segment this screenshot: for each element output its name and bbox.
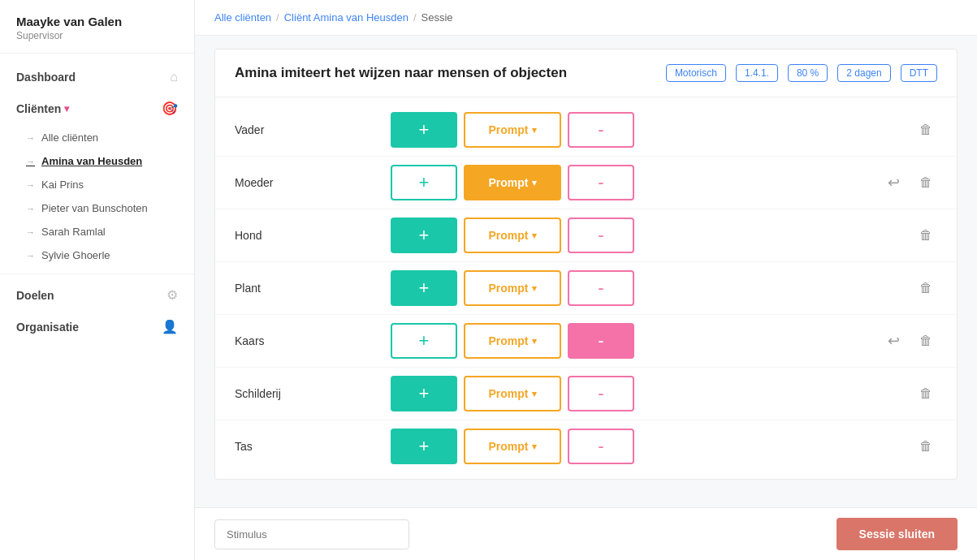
breadcrumb-alle-clienten[interactable]: Alle cliënten [214,11,271,24]
delete-button-kaars[interactable]: 🗑 [914,334,937,348]
sidebar-child-label: Amina van Heusden [41,155,142,167]
table-row: Moeder+Prompt ▾-↩🗑 [215,157,957,209]
arrow-icon: → [26,157,35,166]
table-row: Schilderij+Prompt ▾-🗑 [215,368,957,420]
plus-button-schilderij[interactable]: + [391,376,457,411]
row-label-kaars: Kaars [235,334,381,347]
sidebar-child-label: Sarah Ramlal [41,226,106,238]
session-title: Amina imiteert het wijzen naar mensen of… [235,65,656,81]
minus-button-tas[interactable]: - [568,429,634,464]
table-row: Kaars+Prompt ▾-↩🗑 [215,315,957,368]
sidebar-item-dashboard[interactable]: Dashboard ⌂ [0,62,194,93]
prompt-button-moeder[interactable]: Prompt ▾ [464,165,561,200]
undo-button-kaars[interactable]: ↩ [882,332,905,350]
sidebar-child-label: Alle cliënten [41,131,98,144]
chevron-down-icon: ▾ [64,103,69,114]
sidebar-item-clienten[interactable]: Cliënten ▾ 🎯 [0,93,194,124]
minus-button-hond[interactable]: - [568,218,634,253]
table-row: Plant+Prompt ▾-🗑 [215,262,957,315]
breadcrumb-current: Sessie [421,11,453,24]
prompt-button-schilderij[interactable]: Prompt ▾ [464,376,561,411]
breadcrumb-client[interactable]: Cliënt Amina van Heusden [284,11,409,24]
row-actions-plant: +Prompt ▾- [391,270,872,306]
arrow-icon: → [26,133,35,143]
plus-button-moeder[interactable]: + [391,165,457,200]
row-actions-moeder: +Prompt ▾- [391,165,872,200]
plus-button-vader[interactable]: + [391,112,457,148]
arrow-icon: → [26,251,35,261]
badge-motorisch: Motorisch [666,64,726,82]
row-actions-hond: +Prompt ▾- [391,218,872,253]
chevron-icon: ▾ [532,230,537,241]
minus-button-plant[interactable]: - [568,270,634,306]
sidebar: Maayke van Galen Supervisor Dashboard ⌂ … [0,0,195,560]
main-content: Alle cliënten / Cliënt Amina van Heusden… [195,0,977,560]
prompt-button-kaars[interactable]: Prompt ▾ [464,323,561,359]
sidebar-item-alle-clienten[interactable]: → Alle cliënten [26,126,194,149]
doelen-icon: ⚙ [166,287,178,303]
close-session-button[interactable]: Sessie sluiten [837,518,958,550]
table-row: Vader+Prompt ▾-🗑 [215,104,957,157]
delete-button-hond[interactable]: 🗑 [914,228,937,243]
sidebar-child-label: Kai Prins [41,179,84,191]
user-icon: 👤 [162,319,178,334]
row-actions-kaars: +Prompt ▾- [391,323,872,359]
prompt-button-hond[interactable]: Prompt ▾ [464,218,561,253]
minus-button-vader[interactable]: - [568,112,634,148]
delete-button-tas[interactable]: 🗑 [914,439,937,454]
prompt-button-vader[interactable]: Prompt ▾ [464,112,561,148]
badge-141: 1.4.1. [736,64,778,82]
plus-button-tas[interactable]: + [391,429,457,464]
sidebar-item-organisatie[interactable]: Organisatie 👤 [0,311,194,342]
prompt-button-tas[interactable]: Prompt ▾ [464,429,561,464]
arrow-icon: → [26,180,35,190]
arrow-icon: → [26,204,35,213]
rows-container: Vader+Prompt ▾-🗑Moeder+Prompt ▾-↩🗑Hond+P… [215,97,957,479]
sidebar-item-sylvie[interactable]: → Sylvie Ghoerle [26,243,194,267]
arrow-icon: → [26,227,35,237]
sidebar-username: Maayke van Galen [16,15,178,28]
row-label-schilderij: Schilderij [235,387,381,400]
delete-button-vader[interactable]: 🗑 [914,123,937,137]
row-actions-vader: +Prompt ▾- [391,112,872,148]
sidebar-role: Supervisor [16,30,178,41]
undo-button-moeder[interactable]: ↩ [882,174,905,192]
table-row: Tas+Prompt ▾-🗑 [215,420,957,472]
sidebar-item-pieter[interactable]: → Pieter van Bunschoten [26,196,194,220]
sidebar-divider [0,274,194,274]
minus-button-kaars[interactable]: - [568,323,634,359]
minus-button-moeder[interactable]: - [568,165,634,200]
delete-button-moeder[interactable]: 🗑 [914,175,937,190]
delete-button-plant[interactable]: 🗑 [914,281,937,295]
plus-button-kaars[interactable]: + [391,323,457,359]
plus-button-hond[interactable]: + [391,218,457,253]
home-icon: ⌂ [170,70,178,84]
table-row: Hond+Prompt ▾-🗑 [215,209,957,262]
sidebar-child-label: Sylvie Ghoerle [41,249,110,261]
badge-dagen: 2 dagen [837,64,890,82]
delete-button-schilderij[interactable]: 🗑 [914,386,937,401]
target-icon: 🎯 [162,101,178,116]
minus-button-schilderij[interactable]: - [568,376,634,411]
sidebar-item-sarah[interactable]: → Sarah Ramlal [26,220,194,243]
sidebar-header: Maayke van Galen Supervisor [0,0,194,54]
prompt-button-plant[interactable]: Prompt ▾ [464,270,561,306]
sidebar-item-doelen[interactable]: Doelen ⚙ [0,279,194,311]
sidebar-item-amina[interactable]: → Amina van Heusden [26,149,194,173]
sidebar-doelen-label: Doelen [16,289,54,302]
chevron-icon: ▾ [532,283,537,294]
content-area: Amina imiteert het wijzen naar mensen of… [195,36,977,560]
sidebar-dashboard-label: Dashboard [16,71,76,84]
row-actions-tas: +Prompt ▾- [391,429,872,464]
sidebar-nav: Dashboard ⌂ Cliënten ▾ 🎯 → Alle cliënten… [0,54,194,560]
sidebar-children-clienten: → Alle cliënten → Amina van Heusden → Ka… [0,124,194,269]
sidebar-item-kai[interactable]: → Kai Prins [26,173,194,196]
chevron-icon: ▾ [532,442,537,452]
plus-button-plant[interactable]: + [391,270,457,306]
stimulus-input[interactable] [214,519,409,549]
row-actions-schilderij: +Prompt ▾- [391,376,872,411]
chevron-icon: ▾ [532,125,537,136]
session-header: Amina imiteert het wijzen naar mensen of… [215,50,957,97]
breadcrumb: Alle cliënten / Cliënt Amina van Heusden… [195,0,977,36]
session-card: Amina imiteert het wijzen naar mensen of… [214,49,958,480]
